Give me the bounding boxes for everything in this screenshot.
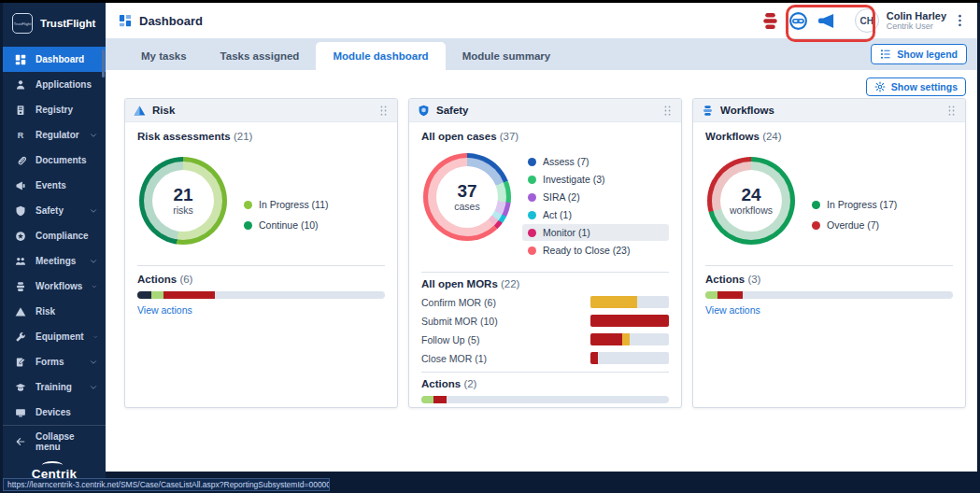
safety-shield-icon <box>418 105 430 117</box>
top-header: Dashboard CH Colin Harley Centrik User <box>106 3 977 38</box>
drag-handle-icon[interactable] <box>662 104 673 118</box>
legend-item-assess-7-[interactable]: Assess (7) <box>522 153 669 170</box>
centrik-swoosh-icon <box>42 461 63 469</box>
mor-bar-segment <box>590 296 637 308</box>
sidebar-item-regulator[interactable]: RRegulator <box>3 122 106 148</box>
legend-item-ready-to-close-23-[interactable]: Ready to Close (23) <box>522 242 669 259</box>
sidebar-menu: DashboardApplicationsRegistryRRegulatorD… <box>3 44 106 425</box>
actions-title: Actions (6) <box>137 274 385 285</box>
sidebar-item-events[interactable]: Events <box>3 173 106 198</box>
trustflight-logo-icon: TrustFlight <box>12 13 33 34</box>
sidebar-item-training[interactable]: Training <box>3 374 106 400</box>
tasks-stack-button[interactable] <box>760 11 780 31</box>
tab-module-dashboard[interactable]: Module dashboard <box>316 42 445 70</box>
view-actions-link[interactable]: View actions <box>137 304 192 316</box>
legend-label: Act (1) <box>543 209 572 220</box>
user-menu-kebab[interactable] <box>954 13 966 28</box>
legend-item-act-1-[interactable]: Act (1) <box>522 206 669 223</box>
legend-label: Ready to Close (23) <box>543 245 630 256</box>
legend-label: Overdue (7) <box>827 219 879 231</box>
dashboard-icon <box>119 14 132 27</box>
chevron-down-icon <box>93 333 97 341</box>
sidebar-item-label: Regulator <box>36 130 79 140</box>
show-settings-button[interactable]: Show settings <box>866 77 966 96</box>
actions-bar-segment <box>163 291 216 299</box>
mor-row-submit-mor-10-: Submit MOR (10) <box>421 315 669 327</box>
user-avatar[interactable]: CH <box>855 8 879 33</box>
sidebar-scrollbar[interactable] <box>102 49 105 77</box>
risk-legend: In Progress (11)Continue (10) <box>238 157 385 245</box>
tab-module-summary[interactable]: Module summary <box>446 42 568 70</box>
sidebar-item-documents[interactable]: Documents <box>3 148 106 173</box>
tab-tasks-assigned[interactable]: Tasks assigned <box>204 42 317 70</box>
mor-label: Confirm MOR (6) <box>421 297 590 308</box>
drag-handle-icon[interactable] <box>378 104 389 118</box>
mor-bar-segment <box>590 352 598 364</box>
mor-bar <box>590 352 669 364</box>
legend-label: Assess (7) <box>543 156 589 167</box>
mor-label: Close MOR (1) <box>421 353 590 364</box>
show-legend-button[interactable]: Show legend <box>871 44 967 64</box>
sidebar-item-meetings[interactable]: Meetings <box>3 248 106 274</box>
mor-row-follow-up-5-: Follow Up (5) <box>421 333 669 345</box>
legend-item-continue-10-[interactable]: Continue (10) <box>238 217 385 233</box>
legend-item-monitor-1-[interactable]: Monitor (1) <box>522 224 669 241</box>
legend-dot <box>244 221 252 230</box>
sidebar-item-registry[interactable]: Registry <box>3 97 106 122</box>
main-panel: Dashboard CH Colin Harley Centrik User M… <box>106 3 977 472</box>
legend-item-investigate-3-[interactable]: Investigate (3) <box>522 171 669 188</box>
sidebar-item-label: Dashboard <box>36 54 84 64</box>
sidebar-item-applications[interactable]: Applications <box>3 72 106 97</box>
header-icon-buttons <box>760 11 836 31</box>
drag-handle-icon[interactable] <box>946 104 957 118</box>
collapse-menu-button[interactable]: Collapse menu <box>3 429 106 454</box>
announcements-button[interactable] <box>817 11 836 31</box>
sidebar-item-risk[interactable]: Risk <box>3 299 106 324</box>
sidebar-item-label: Training <box>36 382 72 392</box>
page-title-group: Dashboard <box>119 14 203 28</box>
chevron-down-icon <box>90 359 97 366</box>
legend-dot <box>528 229 536 237</box>
events-icon <box>15 180 26 191</box>
workflows-donut-chart: 24 workflows <box>707 157 795 245</box>
mor-row-close-mor-1-: Close MOR (1) <box>421 352 669 364</box>
sidebar-item-workflows[interactable]: Workflows <box>3 274 106 299</box>
sidebar-item-compliance[interactable]: Compliance <box>3 223 106 248</box>
legend-item-sira-2-[interactable]: SIRA (2) <box>522 189 669 205</box>
legend-label: Continue (10) <box>259 219 319 231</box>
documents-icon <box>15 155 26 166</box>
legend-dot <box>528 176 536 184</box>
legend-item-in-progress-17-[interactable]: In Progress (17) <box>806 196 953 213</box>
mor-bar-segment <box>622 333 630 345</box>
actions-bar-segment <box>717 291 743 299</box>
actions-title: Actions (2) <box>421 378 669 389</box>
sidebar-item-devices[interactable]: Devices <box>3 400 106 425</box>
mor-bar <box>590 296 669 308</box>
meetings-icon <box>15 256 26 267</box>
risk-card-header: Risk <box>125 99 397 122</box>
actions-bar-segment <box>705 291 717 299</box>
workflows-card: Workflows Workflows (24) 24 workflows <box>692 98 966 408</box>
user-info: Colin Harley Centrik User <box>887 10 946 32</box>
training-icon <box>15 382 26 393</box>
risk-donut-chart: 21 risks <box>139 157 227 245</box>
sidebar-item-label: Devices <box>36 407 71 417</box>
mor-bar-segment <box>590 315 669 327</box>
sidebar-item-forms[interactable]: Forms <box>3 349 106 374</box>
link-button[interactable] <box>788 11 808 31</box>
view-actions-link[interactable]: View actions <box>705 304 760 316</box>
sidebar-item-safety[interactable]: Safety <box>3 198 106 223</box>
applications-icon <box>15 79 26 91</box>
sidebar-item-dashboard[interactable]: Dashboard <box>3 47 106 72</box>
mor-rows: Confirm MOR (6)Submit MOR (10)Follow Up … <box>421 289 669 364</box>
legend-label: In Progress (17) <box>827 199 897 210</box>
sidebar-item-equipment[interactable]: Equipment <box>3 324 106 349</box>
legend-item-overdue-7-[interactable]: Overdue (7) <box>806 217 953 233</box>
sidebar: TrustFlight TrustFlight DashboardApplica… <box>3 3 106 490</box>
mors-title: All open MORs (22) <box>421 278 669 289</box>
tab-my-tasks[interactable]: My tasks <box>124 42 204 70</box>
legend-item-in-progress-11-[interactable]: In Progress (11) <box>238 196 385 213</box>
section-title: Risk assessments (21) <box>137 131 385 142</box>
registry-icon <box>15 105 26 116</box>
actions-title: Actions (3) <box>705 274 953 285</box>
